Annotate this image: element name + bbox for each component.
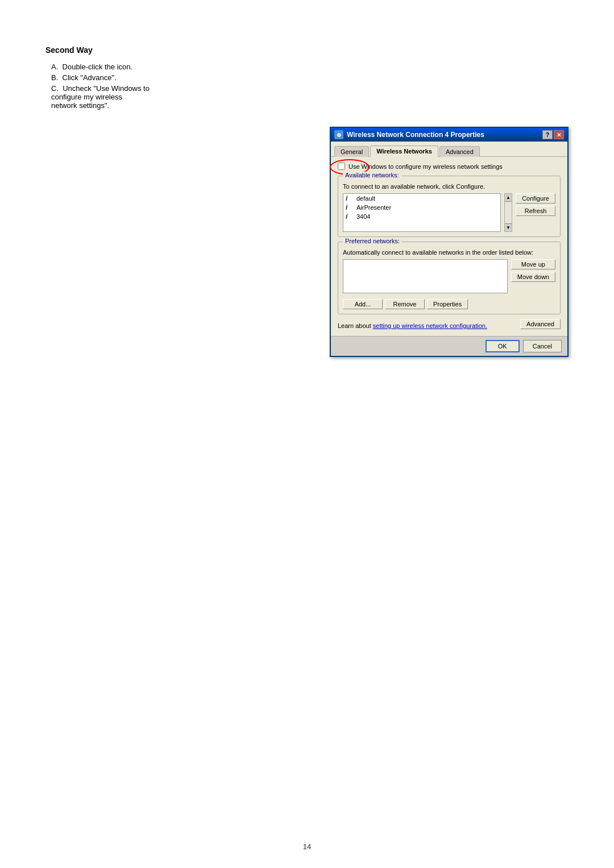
help-button[interactable]: ? (542, 130, 553, 139)
network-item-3404[interactable]: 3404 (343, 212, 500, 221)
dialog-title: Wireless Network Connection 4 Properties (347, 131, 484, 139)
tabs-bar: General Wireless Networks Advanced (331, 142, 567, 157)
preferred-desc: Automatically connect to available netwo… (343, 249, 555, 256)
network-item-airpresenter[interactable]: AirPresenter (343, 203, 500, 212)
cancel-button[interactable]: Cancel (523, 340, 562, 352)
preferred-list[interactable] (343, 259, 508, 293)
properties-button[interactable]: Properties (427, 299, 468, 309)
learn-row: Learn about setting up wireless network … (338, 319, 561, 329)
preferred-networks-group: Preferred networks: Automatically connec… (338, 242, 561, 314)
network-item-default[interactable]: default (343, 194, 500, 203)
preferred-main (343, 259, 508, 297)
titlebar-buttons: ? ✕ (542, 130, 564, 139)
wifi-icon-airpresenter (346, 203, 354, 211)
network-name-default: default (356, 195, 375, 202)
add-button[interactable]: Add... (343, 299, 383, 309)
dialog-body: Use Windows to configure my wireless net… (331, 157, 567, 336)
available-networks-title: Available networks: (343, 172, 401, 178)
step-a-label: A. (51, 63, 58, 71)
use-windows-row: Use Windows to configure my wireless net… (338, 163, 561, 170)
step-b: B. Click "Advance". (45, 73, 569, 82)
instructions-list: A. Double-click the icon. B. Click "Adva… (45, 63, 569, 110)
tab-general[interactable]: General (334, 146, 369, 157)
dialog-icon: ⊕ (334, 130, 343, 139)
network-list[interactable]: default AirPresenter 3404 (343, 193, 501, 232)
tab-advanced[interactable]: Advanced (439, 146, 480, 157)
titlebar-left: ⊕ Wireless Network Connection 4 Properti… (334, 130, 484, 139)
networks-buttons: Configure Refresh (516, 193, 555, 232)
remove-button[interactable]: Remove (385, 299, 425, 309)
use-windows-label: Use Windows to configure my wireless net… (349, 163, 503, 170)
preferred-networks-title: Preferred networks: (343, 238, 402, 244)
step-c: C. Uncheck "Use Windows toconfigure my w… (45, 84, 569, 110)
move-down-button[interactable]: Move down (511, 272, 555, 282)
configure-button[interactable]: Configure (516, 193, 555, 203)
step-b-label: B. (51, 73, 58, 82)
step-b-text: Click "Advance". (63, 73, 117, 82)
available-networks-content: To connect to an available network, clic… (343, 183, 555, 232)
advanced-button[interactable]: Advanced (520, 319, 561, 329)
dialog-footer: OK Cancel (331, 336, 567, 356)
section-title: Second Way (45, 45, 569, 55)
scroll-track (505, 202, 512, 223)
preferred-networks-content: Automatically connect to available netwo… (343, 249, 555, 309)
dialog-area: ⊕ Wireless Network Connection 4 Properti… (45, 127, 569, 357)
available-networks-group: Available networks: To connect to an ava… (338, 176, 561, 237)
step-a-text: Double-click the icon. (63, 63, 133, 71)
preferred-row: Move up Move down (343, 259, 555, 297)
scroll-up-arrow[interactable]: ▲ (505, 194, 512, 202)
learn-link[interactable]: setting up wireless network configuratio… (373, 322, 487, 329)
network-name-3404: 3404 (356, 213, 370, 220)
move-up-button[interactable]: Move up (511, 259, 555, 269)
networks-row: default AirPresenter 3404 (343, 193, 555, 232)
use-windows-checkbox[interactable] (338, 163, 345, 170)
refresh-button[interactable]: Refresh (516, 206, 555, 216)
page-number: 14 (303, 842, 311, 851)
dialog-titlebar[interactable]: ⊕ Wireless Network Connection 4 Properti… (331, 128, 567, 142)
network-scrollbar[interactable]: ▲ ▼ (504, 193, 512, 232)
wifi-icon-3404 (346, 213, 354, 221)
step-a: A. Double-click the icon. (45, 63, 569, 71)
close-button[interactable]: ✕ (554, 130, 564, 139)
ok-button[interactable]: OK (486, 340, 520, 352)
preferred-side-buttons: Move up Move down (511, 259, 555, 297)
properties-dialog: ⊕ Wireless Network Connection 4 Properti… (330, 127, 569, 357)
step-c-label: C. (51, 84, 59, 93)
network-name-airpresenter: AirPresenter (356, 204, 391, 211)
step-c-text: Uncheck "Use Windows toconfigure my wire… (51, 84, 150, 110)
wifi-icon-default (346, 194, 354, 202)
tab-wireless-networks[interactable]: Wireless Networks (370, 146, 438, 157)
scroll-down-arrow[interactable]: ▼ (505, 223, 512, 231)
preferred-actions: Add... Remove Properties (343, 299, 555, 309)
available-networks-desc: To connect to an available network, clic… (343, 183, 555, 190)
learn-text: Learn about setting up wireless network … (338, 322, 487, 329)
